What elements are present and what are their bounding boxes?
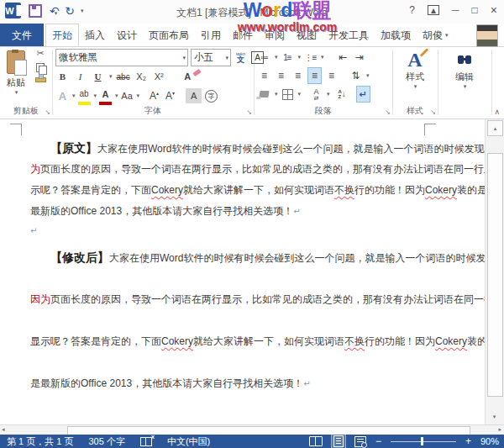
highlight-caret-icon[interactable]: ▾ — [94, 92, 97, 99]
align-left-icon[interactable]: ≡ — [258, 68, 270, 83]
font-color-icon[interactable]: A — [99, 87, 112, 105]
zoom-out-button[interactable]: − — [375, 436, 381, 446]
save-icon[interactable] — [29, 4, 42, 18]
distribute-icon[interactable]: ≡ — [325, 68, 338, 83]
text-effects-icon[interactable]: A — [56, 88, 69, 103]
font-name-combo[interactable]: 微软雅黑 ▾ — [55, 49, 188, 66]
phonetic-guide-icon[interactable]: wén 文 — [234, 50, 247, 66]
tab-引用[interactable]: 引用 — [195, 24, 227, 47]
asian-layout-caret-icon[interactable]: ▾ — [327, 91, 330, 98]
font-color-caret-icon[interactable]: ▾ — [115, 92, 118, 99]
tab-胡俊[interactable]: 胡俊▾ — [417, 24, 454, 47]
change-case-caret-icon[interactable]: ▾ — [137, 92, 140, 99]
read-mode-icon[interactable] — [309, 436, 323, 446]
scroll-left-arrow-icon[interactable]: ◂ — [2, 426, 5, 433]
strikethrough-button[interactable]: abc — [117, 69, 130, 84]
increase-indent-icon[interactable]: ⇥ — [354, 50, 366, 65]
clipboard-dialog-launcher-icon[interactable]: ↘ — [45, 109, 50, 116]
tab-caret-icon[interactable]: ▾ — [445, 32, 449, 39]
ribbon-display-options-icon[interactable]: ▴ — [428, 5, 439, 15]
multilevel-list-icon[interactable]: ⋮≡ — [304, 50, 317, 65]
clear-formatting-icon[interactable]: A — [181, 69, 194, 84]
align-right-icon[interactable]: ≡ — [291, 68, 304, 83]
undo-button[interactable]: ↶▾ — [50, 3, 57, 18]
copy-icon[interactable] — [36, 63, 45, 72]
tab-页面布局[interactable]: 页面布局 — [143, 24, 195, 47]
grow-font-button[interactable]: A▴ — [148, 88, 160, 103]
superscript-button[interactable]: X² — [153, 69, 165, 84]
asian-layout-icon[interactable]: A ⇄ — [310, 87, 323, 102]
cut-icon[interactable]: ✂ — [36, 49, 44, 58]
redo-icon[interactable]: ↻ — [65, 5, 75, 17]
underline-caret-icon[interactable]: ▾ — [109, 73, 113, 80]
tab-插入[interactable]: 插入 — [79, 24, 111, 47]
editing-button[interactable]: 编辑 ▾ — [438, 49, 491, 90]
multilevel-caret-icon[interactable]: ▾ — [321, 54, 324, 61]
customize-qat-icon[interactable]: ▾ — [81, 8, 84, 14]
borders-caret-icon[interactable]: ▾ — [298, 91, 302, 98]
underline-button[interactable]: U — [92, 69, 104, 84]
styles-button[interactable]: A 样式 ▾ — [392, 49, 438, 90]
decrease-indent-icon[interactable]: ⇤ — [337, 50, 349, 65]
close-button[interactable]: × — [491, 4, 497, 16]
line-spacing-icon[interactable]: ⇅ — [349, 68, 362, 83]
zoom-in-button[interactable]: + — [465, 436, 471, 446]
bold-button[interactable]: B — [56, 69, 69, 84]
maximize-button[interactable]: □ — [472, 5, 478, 15]
justify-icon[interactable]: ≡ — [308, 68, 321, 83]
language-indicator[interactable]: 中文(中国) — [167, 435, 210, 448]
paste-caret-icon[interactable]: ▾ — [3, 89, 29, 96]
zoom-slider[interactable] — [391, 441, 456, 442]
tab-邮件[interactable]: 邮件 — [227, 24, 259, 47]
font-size-caret-icon[interactable]: ▾ — [225, 55, 228, 61]
tab-文件[interactable]: 文件 — [0, 24, 44, 47]
numbering-caret-icon[interactable]: ▾ — [298, 54, 302, 61]
bullets-icon[interactable]: ≔ — [258, 50, 270, 65]
zoom-slider-thumb[interactable] — [421, 437, 423, 445]
italic-button[interactable]: I — [74, 69, 87, 84]
tab-审阅[interactable]: 审阅 — [259, 24, 291, 47]
line-spacing-caret-icon[interactable]: ▾ — [366, 72, 370, 79]
align-center-icon[interactable]: ≡ — [275, 68, 287, 83]
zoom-level[interactable]: 90% — [480, 436, 499, 446]
paragraph-dialog-launcher-icon[interactable]: ↘ — [385, 109, 391, 116]
tab-设计[interactable]: 设计 — [111, 24, 143, 47]
tab-视图[interactable]: 视图 — [291, 24, 323, 47]
tab-开发工具[interactable]: 开发工具 — [323, 24, 375, 47]
shading-icon[interactable] — [259, 91, 269, 98]
character-shading-icon[interactable]: A — [186, 88, 202, 103]
sort-icon[interactable]: AZ ↓ — [336, 87, 349, 102]
font-name-caret-icon[interactable]: ▾ — [182, 55, 186, 61]
highlight-color-icon[interactable]: ab — [78, 87, 91, 105]
minimize-button[interactable]: ─ — [452, 5, 459, 15]
vertical-scrollbar-thumb[interactable] — [487, 153, 503, 397]
word-count[interactable]: 305 个字 — [88, 435, 124, 448]
page-indicator[interactable]: 第 1 页，共 1 页 — [7, 435, 73, 448]
vertical-scrollbar[interactable]: ▴ ▾ — [485, 119, 504, 424]
scroll-down-arrow-icon[interactable]: ▾ — [487, 410, 501, 423]
help-button[interactable]: ? — [409, 5, 415, 15]
subscript-button[interactable]: X₂ — [135, 69, 148, 84]
document-page[interactable]: 【原文】大家在使用Word软件的时候有时候会碰到这么一个问题，就是输入一个词语的… — [0, 119, 486, 424]
tab-开始[interactable]: 开始 — [45, 24, 79, 47]
font-size-combo[interactable]: 小五 ▾ — [191, 49, 231, 66]
tab-加载项[interactable]: 加载项 — [375, 24, 417, 47]
styles-dialog-launcher-icon[interactable]: ↘ — [430, 109, 436, 116]
scroll-right-arrow-icon[interactable]: ▸ — [498, 426, 501, 433]
web-layout-icon[interactable] — [354, 436, 366, 447]
collapse-ribbon-icon[interactable]: ∧ — [494, 108, 500, 116]
font-dialog-launcher-icon[interactable]: ↘ — [246, 109, 252, 116]
show-hide-marks-icon[interactable]: ↵ — [357, 87, 370, 102]
proofing-status-icon[interactable] — [140, 437, 152, 446]
text-effects-caret-icon[interactable]: ▾ — [72, 92, 76, 99]
bullets-caret-icon[interactable]: ▾ — [275, 54, 278, 61]
shrink-font-button[interactable]: A▾ — [164, 88, 176, 103]
shading-caret-icon[interactable]: ▾ — [275, 91, 278, 98]
user-avatar[interactable] — [476, 24, 498, 47]
print-layout-selected[interactable] — [332, 434, 345, 448]
scroll-up-arrow-icon[interactable]: ▴ — [487, 120, 503, 136]
format-painter-icon[interactable] — [35, 77, 46, 82]
borders-icon[interactable] — [282, 89, 293, 100]
enclose-characters-icon[interactable]: 字 — [205, 90, 218, 103]
numbering-icon[interactable]: 1≡ — [281, 50, 294, 65]
